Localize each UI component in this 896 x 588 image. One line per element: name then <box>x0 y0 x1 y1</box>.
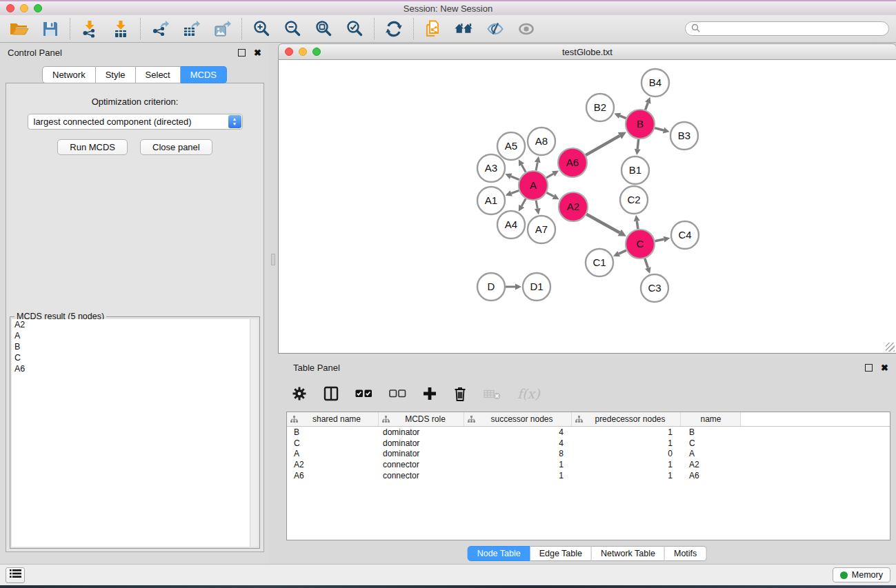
export-image-icon[interactable] <box>212 19 232 39</box>
control-panel-header: Control Panel ✖ <box>0 43 269 61</box>
task-history-button[interactable] <box>6 567 25 583</box>
tab-style[interactable]: Style <box>96 66 136 83</box>
resize-grip-icon[interactable] <box>886 343 895 352</box>
tab-select[interactable]: Select <box>136 66 181 83</box>
table-row[interactable]: A6connector11A6 <box>287 470 890 481</box>
memory-button[interactable]: Memory <box>833 567 890 582</box>
close-panel-icon[interactable]: ✖ <box>254 48 261 57</box>
tab-motifs[interactable]: Motifs <box>665 546 706 561</box>
float-panel-icon[interactable] <box>238 49 246 57</box>
network-from-file-icon[interactable] <box>424 19 443 39</box>
table-cell: 8 <box>464 449 572 458</box>
run-mcds-button[interactable]: Run MCDS <box>57 139 128 155</box>
columns-icon[interactable] <box>323 386 339 401</box>
graph-node-label: C2 <box>627 194 640 205</box>
toolbar-group <box>0 19 70 39</box>
delete-icon[interactable] <box>453 386 467 401</box>
zoom-in-icon[interactable] <box>252 19 271 39</box>
tab-network[interactable]: Network <box>42 66 96 83</box>
column-header-MCDS-role[interactable]: MCDS role <box>379 412 464 426</box>
tab-node-table[interactable]: Node Table <box>468 546 530 561</box>
column-header-predecessor-nodes[interactable]: predecessor nodes <box>572 412 681 426</box>
export-table-icon[interactable] <box>181 19 201 39</box>
graph-node-label: A2 <box>567 201 579 212</box>
delete-column-icon <box>484 388 501 400</box>
graph-edge <box>546 174 553 178</box>
table-row[interactable]: Bdominator41B <box>287 427 890 438</box>
column-header-shared-name[interactable]: shared name <box>287 412 379 426</box>
import-network-icon[interactable] <box>80 19 99 39</box>
column-header-successor-nodes[interactable]: successor nodes <box>464 412 572 426</box>
float-panel-icon[interactable] <box>865 364 873 372</box>
table-row[interactable]: A2connector11A2 <box>287 459 890 470</box>
control-panel-tabs: NetworkStyleSelectMCDS <box>42 66 227 83</box>
show-graphics-icon[interactable] <box>517 19 536 39</box>
column-header-name[interactable]: name <box>681 412 741 426</box>
mcds-result-item[interactable]: C <box>12 352 258 363</box>
import-table-icon[interactable] <box>111 19 130 39</box>
network-view-window: testGlobe.txt B4B2BB3B1C2A5A8A6A3AA1A4A7… <box>278 43 896 354</box>
column-tree-icon <box>382 416 390 423</box>
save-icon[interactable] <box>41 19 60 39</box>
add-column-icon[interactable] <box>423 387 437 401</box>
main-toolbar <box>0 15 896 43</box>
mcds-result-item[interactable]: B <box>12 341 258 352</box>
table-cell: 4 <box>464 427 572 437</box>
graph-node-label: C1 <box>593 256 606 268</box>
open-folder-icon[interactable] <box>10 19 29 39</box>
graph-edge <box>521 199 526 206</box>
graph-edge <box>586 136 619 155</box>
graph-node-label: D1 <box>530 281 543 292</box>
zoom-fit-icon[interactable] <box>314 19 333 39</box>
toolbar-group <box>141 19 241 39</box>
mcds-result-item[interactable]: A6 <box>12 363 258 374</box>
mcds-tab-content: Optimization criterion: largest connecte… <box>6 83 264 552</box>
tab-network-table[interactable]: Network Table <box>592 546 665 561</box>
table-panel: Table Panel ✖ f(x) shared nameMCDS roles… <box>278 358 896 563</box>
home-icon[interactable] <box>455 19 474 39</box>
table-panel-header: Table Panel ✖ <box>278 358 896 376</box>
network-window-titlebar[interactable]: testGlobe.txt <box>278 43 896 60</box>
criterion-dropdown[interactable]: largest connected component (directed) ▲… <box>28 114 243 130</box>
splitpane-handle[interactable] <box>271 254 275 265</box>
table-cell: B <box>287 427 379 437</box>
zoom-selected-icon[interactable] <box>345 19 364 39</box>
select-all-icon[interactable] <box>355 389 372 398</box>
search-input[interactable] <box>704 24 888 34</box>
zoom-out-icon[interactable] <box>283 19 302 39</box>
table-cell: dominator <box>379 438 464 448</box>
export-network-icon[interactable] <box>150 19 170 39</box>
memory-label: Memory <box>852 570 883 580</box>
hide-graphics-icon[interactable] <box>486 19 505 39</box>
status-bar: Memory <box>0 564 896 585</box>
edge-arrowhead <box>634 215 640 222</box>
refresh-icon[interactable] <box>384 19 404 39</box>
table-settings-icon[interactable] <box>292 386 307 401</box>
table-row[interactable]: Adominator80A <box>287 449 890 460</box>
graph-edge <box>536 201 537 209</box>
table-cell: connector <box>379 460 464 469</box>
search-box[interactable] <box>685 21 889 36</box>
deselect-all-icon[interactable] <box>389 389 406 398</box>
mcds-result-item[interactable]: A2 <box>12 319 258 330</box>
mcds-result-item[interactable]: A <box>12 330 258 341</box>
table-cell: A6 <box>287 471 379 480</box>
network-canvas[interactable]: B4B2BB3B1C2A5A8A6A3AA1A4A7A2CC4C1C3DD1 <box>278 60 896 354</box>
result-scrollbar[interactable] <box>250 319 258 547</box>
table-tabs: Node TableEdge TableNetwork TableMotifs <box>468 546 707 561</box>
function-builder-icon: f(x) <box>517 387 540 401</box>
table-cell: 0 <box>572 449 681 458</box>
criterion-value: largest connected component (directed) <box>34 116 192 127</box>
network-graph[interactable]: B4B2BB3B1C2A5A8A6A3AA1A4A7A2CC4C1C3DD1 <box>279 60 896 353</box>
table-row[interactable]: Cdominator41C <box>287 438 890 449</box>
table-toolbar: f(x) <box>278 378 896 409</box>
close-panel-button[interactable]: Close panel <box>140 139 212 155</box>
graph-node-label: B <box>637 118 644 130</box>
tab-mcds[interactable]: MCDS <box>181 66 227 83</box>
close-panel-icon[interactable]: ✖ <box>881 363 888 372</box>
graph-edge <box>511 176 519 180</box>
table-cell: B <box>681 427 741 437</box>
tab-edge-table[interactable]: Edge Table <box>530 546 592 561</box>
table-cell: A2 <box>681 460 741 469</box>
list-icon <box>9 569 21 581</box>
